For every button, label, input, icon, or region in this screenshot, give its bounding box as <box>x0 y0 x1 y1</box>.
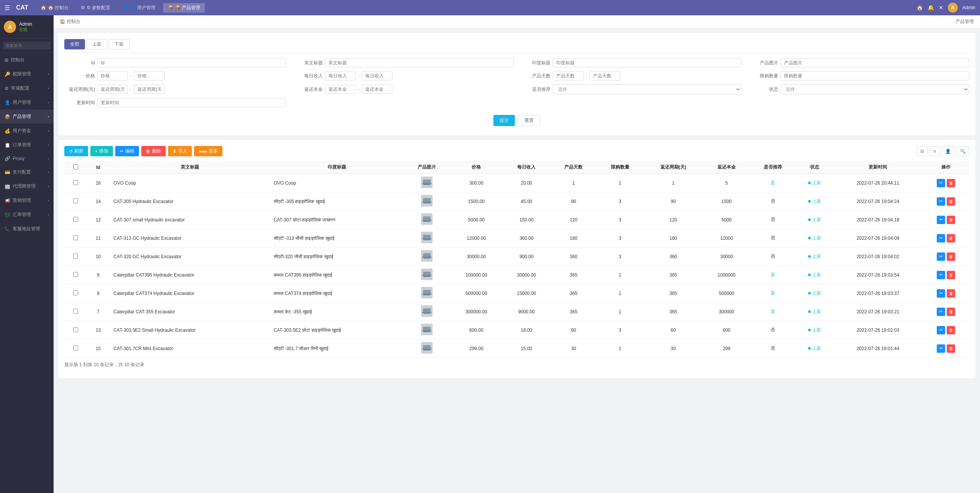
sidebar-item-exchange[interactable]: 💱 汇率管理 › <box>0 208 54 222</box>
recommend-yes-link[interactable]: 是 <box>771 290 775 296</box>
products-menu-icon: 📦 <box>5 114 10 120</box>
edit-row-button[interactable]: ✏ <box>937 179 945 187</box>
delete-row-button[interactable]: 🗑 <box>947 216 955 224</box>
limit-qty-input[interactable] <box>781 71 969 80</box>
row-select-checkbox[interactable] <box>73 235 78 240</box>
columns-button[interactable]: ⊟ <box>917 146 928 156</box>
row-price: 300000.00 <box>450 303 503 321</box>
id-input[interactable] <box>97 58 286 67</box>
price-to-input[interactable] <box>134 71 165 80</box>
row-id: 12 <box>87 211 110 229</box>
refund-period-from-input[interactable] <box>97 85 128 94</box>
density-button[interactable]: ≡ <box>930 146 939 156</box>
topnav-right: 🏠 🔔 ✕ A Admin <box>916 3 975 13</box>
refund-amount-from-input[interactable] <box>325 85 356 94</box>
import-button[interactable]: ⬆ 导入 <box>168 146 192 156</box>
row-select-checkbox[interactable] <box>73 217 78 222</box>
row-select-checkbox[interactable] <box>73 272 78 277</box>
sidebar-item-users[interactable]: 👤 用户管理 › <box>0 95 54 110</box>
sidebar-item-marketing[interactable]: 📢 营销管理 › <box>0 193 54 208</box>
edit-button[interactable]: ✏ 编辑 <box>115 146 139 156</box>
row-select-checkbox[interactable] <box>73 346 78 351</box>
product-days-to-input[interactable] <box>590 71 620 80</box>
recommend-yes-link[interactable]: 是 <box>771 309 775 314</box>
row-hi-title: सीएटी -305 हाइड्रोलिक खुदाई <box>270 192 404 211</box>
delete-row-button[interactable]: 🗑 <box>947 289 955 298</box>
edit-row-button[interactable]: ✏ <box>937 308 945 316</box>
sidebar-item-auth[interactable]: 🔑 权限管理 › <box>0 67 54 81</box>
add-button[interactable]: + 添加 <box>90 146 113 156</box>
nav-params[interactable]: ⚙ ⚙ 参数配置 <box>76 3 115 13</box>
delete-row-button[interactable]: 🗑 <box>947 326 955 334</box>
daily-income-to-input[interactable] <box>362 71 392 80</box>
edit-row-button[interactable]: ✏ <box>937 234 945 242</box>
english-title-input[interactable] <box>325 58 514 67</box>
dashboard-icon: 🏠 <box>41 5 46 10</box>
delete-row-button[interactable]: 🗑 <box>947 179 955 187</box>
breadcrumb-home[interactable]: 🏠 控制台 <box>60 18 80 25</box>
delete-row-button[interactable]: 🗑 <box>947 234 955 242</box>
delete-row-button[interactable]: 🗑 <box>947 271 955 279</box>
sidebar-item-agent[interactable]: 🏢 代理商管理 › <box>0 179 54 193</box>
edit-row-button[interactable]: ✏ <box>937 216 945 224</box>
sidebar-item-funds[interactable]: 💰 用户资金 › <box>0 124 54 138</box>
nav-users[interactable]: 👤 👤 用户管理 <box>118 3 160 13</box>
delete-row-button[interactable]: 🗑 <box>947 308 955 316</box>
row-update-time: 2022-07-26 19:03:54 <box>833 266 923 284</box>
recommend-yes-link[interactable]: 是 <box>771 272 775 277</box>
tab-offline[interactable]: 下架 <box>109 39 129 49</box>
row-select-checkbox[interactable] <box>73 327 78 332</box>
nav-dashboard[interactable]: 🏠 🏠 控制台 <box>36 3 73 13</box>
submit-button[interactable]: 提交 <box>493 115 515 126</box>
close-icon[interactable]: ✕ <box>939 5 943 11</box>
daily-income-from-input[interactable] <box>325 71 356 80</box>
settings-button[interactable]: 👤 <box>942 146 954 156</box>
sidebar-item-orders[interactable]: 📋 订单管理 › <box>0 138 54 152</box>
delete-button[interactable]: 🗑 删除 <box>141 146 166 156</box>
edit-row-button[interactable]: ✏ <box>937 197 945 206</box>
recommend-yes-link[interactable]: 是 <box>771 180 775 185</box>
refresh-button[interactable]: ↺ 刷新 <box>64 146 88 156</box>
sidebar-item-proxy[interactable]: 🔗 Proxy › <box>0 152 54 165</box>
status-select[interactable]: 选择 上架 下架 <box>781 84 969 94</box>
edit-row-button[interactable]: ✏ <box>937 271 945 279</box>
delete-row-button[interactable]: 🗑 <box>947 252 955 261</box>
edit-row-button[interactable]: ✏ <box>937 344 945 353</box>
search-button[interactable]: 🔍 <box>957 146 969 156</box>
tab-online[interactable]: 上架 <box>87 39 107 49</box>
more-button[interactable]: ●●● 更多 <box>194 146 222 156</box>
tab-all[interactable]: 全部 <box>64 39 85 49</box>
update-time-input[interactable] <box>97 98 286 107</box>
price-from-input[interactable] <box>97 71 128 80</box>
hindi-title-input[interactable] <box>553 58 742 67</box>
row-select-checkbox[interactable] <box>73 198 78 203</box>
delete-row-button[interactable]: 🗑 <box>947 344 955 353</box>
sidebar-item-support[interactable]: 📞 客服地址管理 <box>0 222 54 236</box>
edit-row-button[interactable]: ✏ <box>937 326 945 334</box>
sidebar-item-payment[interactable]: 💳 支付配置 › <box>0 165 54 179</box>
hamburger-icon[interactable]: ☰ <box>5 4 10 11</box>
notification-icon[interactable]: 🔔 <box>928 5 934 11</box>
product-image-input[interactable] <box>781 58 969 67</box>
row-select-checkbox[interactable] <box>73 180 78 185</box>
edit-row-button[interactable]: ✏ <box>937 252 945 261</box>
home-icon[interactable]: 🏠 <box>916 5 923 11</box>
recommend-select[interactable]: 选择 是 否 <box>553 84 742 94</box>
row-daily-income: 30000.00 <box>503 266 550 284</box>
sidebar-item-dashboard[interactable]: ⊞ 控制台 <box>0 53 54 67</box>
refund-period-to-input[interactable] <box>134 85 165 94</box>
row-select-checkbox[interactable] <box>73 290 78 295</box>
refund-amount-to-input[interactable] <box>362 85 392 94</box>
reset-button[interactable]: 重置 <box>518 115 540 126</box>
sidebar-item-products[interactable]: 📦 产品管理 › <box>0 110 54 124</box>
row-select-checkbox[interactable] <box>73 309 78 314</box>
select-all-checkbox[interactable] <box>73 164 78 169</box>
sidebar-item-config[interactable]: ⚙ 常规配置 › <box>0 81 54 95</box>
product-days-from-input[interactable] <box>553 71 583 80</box>
delete-row-button[interactable]: 🗑 <box>947 197 955 206</box>
row-select-checkbox[interactable] <box>73 254 78 259</box>
row-recommend: 否 <box>750 229 796 247</box>
nav-products[interactable]: 📦 📦 产品管理 <box>163 3 205 13</box>
edit-row-button[interactable]: ✏ <box>937 289 945 298</box>
sidebar-search-input[interactable] <box>3 42 51 49</box>
